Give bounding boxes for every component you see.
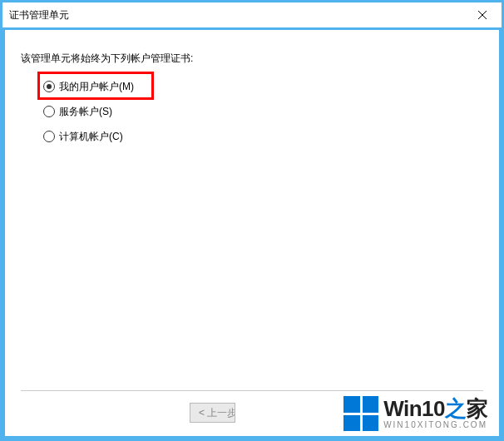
close-icon [478,11,487,19]
watermark-text: Win10之家 WIN10XITONG.COM [383,398,487,429]
account-radio-group: 我的用户帐户(M) 服务帐户(S) 计算机帐户(C) [43,78,134,153]
radio-indicator-icon [43,106,55,117]
radio-label: 我的用户帐户(M) [59,80,134,94]
separator [21,390,483,391]
radio-my-user-account[interactable]: 我的用户帐户(M) [43,78,134,95]
radio-computer-account[interactable]: 计算机帐户(C) [43,128,134,145]
windows-logo-icon [343,396,378,431]
watermark: Win10之家 WIN10XITONG.COM [343,396,487,431]
instruction-text: 该管理单元将始终为下列帐户管理证书: [21,52,193,66]
titlebar: 证书管理单元 [2,2,502,27]
radio-indicator-icon [43,81,55,92]
back-button-label: < 上一步 [199,406,235,420]
radio-label: 服务帐户(S) [59,105,112,119]
client-area: 该管理单元将始终为下列帐户管理证书: 我的用户帐户(M) 服务帐户(S) 计算机… [5,30,499,436]
radio-label: 计算机帐户(C) [59,130,123,144]
close-button[interactable] [463,2,502,27]
window-title: 证书管理单元 [9,8,69,22]
back-button[interactable]: < 上一步 [190,403,235,423]
radio-service-account[interactable]: 服务帐户(S) [43,103,134,120]
radio-indicator-icon [43,131,55,142]
window-frame: 证书管理单元 该管理单元将始终为下列帐户管理证书: 我的用户帐户(M) 服务帐户… [0,0,504,441]
